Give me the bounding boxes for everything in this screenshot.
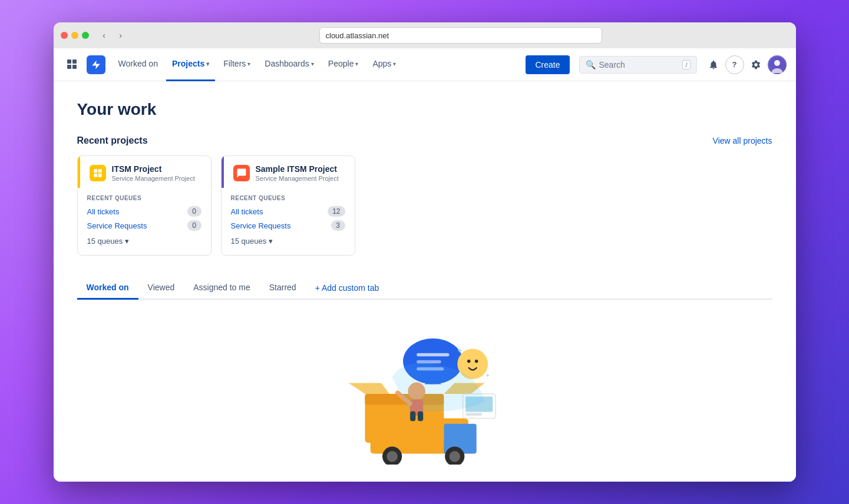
project-icon-itsm <box>90 165 106 181</box>
recent-projects-header: Recent projects View all projects <box>77 135 772 146</box>
project-type-sample: Service Management Project <box>256 175 345 182</box>
project-name-itsm: ITSM Project <box>112 164 201 174</box>
svg-rect-0 <box>67 59 71 64</box>
svg-rect-3 <box>72 65 77 69</box>
queue-row-service-requests-itsm: Service Requests 0 <box>87 220 201 231</box>
queue-count-all-tickets-itsm: 0 <box>187 206 201 217</box>
svg-rect-26 <box>410 412 415 422</box>
dashboards-chevron-icon: ▾ <box>311 61 314 67</box>
queue-link-service-requests-sample[interactable]: Service Requests <box>231 221 291 230</box>
project-card-itsm[interactable]: ITSM Project Service Management Project … <box>77 155 212 256</box>
svg-point-5 <box>774 60 780 66</box>
help-button[interactable]: ? <box>725 55 744 74</box>
svg-rect-7 <box>94 169 97 173</box>
queue-link-all-tickets-sample[interactable]: All tickets <box>231 207 263 216</box>
svg-point-14 <box>386 451 397 462</box>
project-card-body-sample: RECENT QUEUES All tickets 12 Service Req… <box>222 188 355 255</box>
traffic-lights <box>61 32 89 39</box>
svg-point-16 <box>449 451 460 462</box>
nav-dashboards[interactable]: Dashboards ▾ <box>259 48 320 81</box>
svg-point-30 <box>474 360 478 363</box>
illustration-area: ✦ ✦ <box>77 300 772 476</box>
minimize-button[interactable] <box>71 32 78 39</box>
svg-rect-2 <box>67 65 71 69</box>
svg-rect-21 <box>417 353 449 357</box>
svg-rect-9 <box>94 174 97 177</box>
create-button[interactable]: Create <box>526 55 569 74</box>
queue-row-all-tickets-sample: All tickets 12 <box>231 206 345 217</box>
queues-label-sample: RECENT QUEUES <box>231 195 345 201</box>
svg-rect-27 <box>418 412 423 422</box>
filters-chevron-icon: ▾ <box>247 61 250 67</box>
nav-arrows: ‹ › <box>97 28 128 42</box>
nav-your-work[interactable]: Worked on <box>113 48 164 81</box>
tab-worked-on[interactable]: Worked on <box>77 277 138 300</box>
queues-more-chevron-icon-sample: ▾ <box>269 237 273 246</box>
view-all-projects-link[interactable]: View all projects <box>713 136 772 145</box>
tab-starred[interactable]: Starred <box>260 277 306 300</box>
project-card-header-itsm: ITSM Project Service Management Project <box>78 156 211 188</box>
apps-chevron-icon: ▾ <box>393 61 396 67</box>
url-bar[interactable]: cloud.atlassian.net <box>319 27 602 44</box>
browser-window: ‹ › cloud.atlassian.net Worked on Projec… <box>54 22 796 482</box>
queues-more-sample[interactable]: 15 queues ▾ <box>231 237 345 246</box>
nav-filters[interactable]: Filters ▾ <box>217 48 256 81</box>
tab-viewed[interactable]: Viewed <box>138 277 184 300</box>
maximize-button[interactable] <box>82 32 89 39</box>
nav-apps[interactable]: Apps ▾ <box>366 48 402 81</box>
top-nav: Worked on Projects ▾ Filters ▾ Dashboard… <box>54 48 796 81</box>
title-bar: ‹ › cloud.atlassian.net <box>54 22 796 48</box>
forward-button[interactable]: › <box>114 28 128 42</box>
brand-logo[interactable] <box>87 55 105 74</box>
empty-state-illustration: ✦ ✦ <box>336 323 513 465</box>
nav-people[interactable]: People ▾ <box>322 48 365 81</box>
search-placeholder: Search <box>599 60 679 69</box>
notifications-button[interactable] <box>704 55 723 74</box>
user-avatar[interactable] <box>768 55 787 74</box>
page-title: Your work <box>77 100 772 119</box>
add-custom-tab-button[interactable]: + Add custom tab <box>306 277 389 299</box>
queue-link-service-requests-itsm[interactable]: Service Requests <box>87 221 147 230</box>
project-icon-sample <box>233 165 250 181</box>
people-chevron-icon: ▾ <box>355 61 358 67</box>
svg-text:✦: ✦ <box>485 373 490 379</box>
project-type-itsm: Service Management Project <box>112 175 201 182</box>
url-text: cloud.atlassian.net <box>326 31 389 40</box>
queues-more-itsm[interactable]: 15 queues ▾ <box>87 237 201 246</box>
search-shortcut: / <box>682 60 690 69</box>
queues-more-chevron-icon: ▾ <box>125 237 129 246</box>
svg-rect-1 <box>72 59 77 64</box>
project-card-sample[interactable]: Sample ITSM Project Service Management P… <box>221 155 355 256</box>
app-grid-icon[interactable] <box>63 55 82 74</box>
svg-rect-10 <box>98 174 101 177</box>
queue-link-all-tickets-itsm[interactable]: All tickets <box>87 207 120 216</box>
tabs-bar: Worked on Viewed Assigned to me Starred … <box>77 277 772 300</box>
queue-count-all-tickets-sample: 12 <box>328 206 345 217</box>
svg-point-29 <box>467 360 471 363</box>
queue-row-all-tickets-itsm: All tickets 0 <box>87 206 201 217</box>
project-info-sample: Sample ITSM Project Service Management P… <box>256 164 345 182</box>
recent-projects-label: Recent projects <box>77 135 148 146</box>
project-card-header-sample: Sample ITSM Project Service Management P… <box>222 156 355 188</box>
project-card-body-itsm: RECENT QUEUES All tickets 0 Service Requ… <box>78 188 211 255</box>
project-name-sample: Sample ITSM Project <box>256 164 345 174</box>
search-bar[interactable]: 🔍 Search / <box>579 56 697 74</box>
close-button[interactable] <box>61 32 68 39</box>
projects-grid: ITSM Project Service Management Project … <box>77 155 772 256</box>
project-info-itsm: ITSM Project Service Management Project <box>112 164 201 182</box>
settings-button[interactable] <box>746 55 765 74</box>
queue-row-service-requests-sample: Service Requests 3 <box>231 220 345 231</box>
svg-rect-35 <box>465 413 482 416</box>
nav-projects[interactable]: Projects ▾ <box>166 48 215 81</box>
svg-rect-22 <box>417 360 441 364</box>
queue-count-service-requests-itsm: 0 <box>187 220 201 231</box>
back-button[interactable]: ‹ <box>97 28 111 42</box>
queues-label-itsm: RECENT QUEUES <box>87 195 201 201</box>
main-content: Your work Recent projects View all proje… <box>54 81 796 482</box>
svg-rect-8 <box>98 169 101 173</box>
projects-chevron-icon: ▾ <box>206 61 209 67</box>
queue-count-service-requests-sample: 3 <box>331 220 345 231</box>
tab-assigned-to-me[interactable]: Assigned to me <box>184 277 260 300</box>
search-icon: 🔍 <box>586 60 596 69</box>
svg-text:✦: ✦ <box>456 346 463 355</box>
